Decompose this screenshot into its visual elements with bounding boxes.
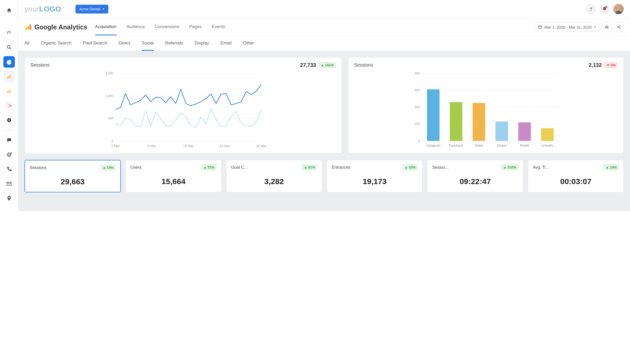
nav-chat[interactable] xyxy=(3,134,15,146)
svg-text:Facebook: Facebook xyxy=(449,144,463,147)
avatar[interactable] xyxy=(613,4,624,14)
panel-value: 27,733 xyxy=(300,62,316,68)
nav-dashboard[interactable] xyxy=(3,27,15,38)
caret-down-icon: ▼ xyxy=(594,26,596,29)
panel-sessions-bar: Sessions 2,132 ▼ 5% 0200400600800Instagr… xyxy=(348,57,624,154)
svg-text:500: 500 xyxy=(108,116,114,120)
chat-icon xyxy=(6,137,12,143)
metric-value: 29,663 xyxy=(30,177,116,186)
analytics-icon xyxy=(6,74,12,79)
question-icon xyxy=(589,7,593,11)
svg-text:9 Mar: 9 Mar xyxy=(148,144,156,148)
home-icon xyxy=(6,8,12,13)
metric-delta: ▲ 10% xyxy=(402,164,418,170)
content: Sessions 27,733 ▲ 161% 05001,0001,5002 M… xyxy=(18,51,630,211)
sub-tab-email[interactable]: Email xyxy=(221,36,232,51)
bar-chart: 0200400600800InstagramFacebookTwitterDis… xyxy=(354,71,618,149)
nav-circle[interactable] xyxy=(3,114,15,126)
nav-pie[interactable] xyxy=(3,56,15,68)
panel-delta: ▲ 161% xyxy=(319,62,336,68)
sub-tab-direct[interactable]: Direct xyxy=(119,36,130,51)
svg-text:2 Mar: 2 Mar xyxy=(111,144,120,148)
share-button[interactable] xyxy=(614,22,624,32)
svg-text:Disqus: Disqus xyxy=(497,144,507,147)
metric-label: Users xyxy=(130,165,141,170)
nav-analytics-1[interactable] xyxy=(3,71,15,82)
metric-value: 09:22:47 xyxy=(432,177,518,186)
metric-value: 00:03:07 xyxy=(533,177,619,186)
workspace-dropdown[interactable]: Acme Dental ▼ xyxy=(75,5,108,14)
svg-point-15 xyxy=(617,7,620,10)
primary-tab-events[interactable]: Events xyxy=(212,19,225,35)
sliders-icon xyxy=(605,25,609,29)
workspace-label: Acme Dental xyxy=(79,7,100,11)
metric-label: Goal C… xyxy=(231,165,248,170)
notifications-button[interactable] xyxy=(599,4,610,14)
gauge-icon xyxy=(6,30,12,36)
svg-rect-2 xyxy=(9,76,10,78)
nav-phone[interactable] xyxy=(3,164,15,175)
nav-search[interactable] xyxy=(3,42,15,53)
svg-rect-51 xyxy=(450,102,462,141)
header-divider xyxy=(70,5,70,13)
svg-text:600: 600 xyxy=(415,88,420,92)
primary-tab-acquisition[interactable]: Acquisition xyxy=(95,19,116,35)
metric-card[interactable]: Avg. Ti… ▲ 14% 00:03:07 xyxy=(528,160,624,192)
nav-home[interactable] xyxy=(3,5,15,16)
svg-rect-19 xyxy=(539,26,542,29)
metric-card[interactable]: Sessio… ▲ 102% 09:22:47 xyxy=(427,160,523,192)
metric-card[interactable]: Entrances ▲ 10% 19,173 xyxy=(327,160,423,192)
sub-tab-referrals[interactable]: Referrals xyxy=(165,36,183,51)
page-header: Google Analytics AcquisitionAudienceConv… xyxy=(18,18,630,36)
svg-text:0: 0 xyxy=(112,139,114,143)
nav-target[interactable] xyxy=(3,149,15,160)
hubspot-icon xyxy=(6,103,12,108)
metric-card[interactable]: Users ▲ 51% 15,664 xyxy=(125,160,221,192)
mail-icon xyxy=(6,181,12,187)
caret-down-icon: ▼ xyxy=(102,8,105,10)
metric-delta: ▲ 19% xyxy=(100,165,116,171)
svg-point-11 xyxy=(8,119,10,121)
sidebar-divider xyxy=(5,131,13,131)
svg-text:30 Mar: 30 Mar xyxy=(256,144,267,148)
sub-tab-all[interactable]: All xyxy=(24,36,29,51)
nav-pin[interactable] xyxy=(3,193,15,204)
svg-point-21 xyxy=(607,26,607,27)
metric-card[interactable]: Goal C… ▲ 61% 3,282 xyxy=(226,160,322,192)
calendar-icon xyxy=(538,25,542,29)
google-analytics-icon xyxy=(24,23,32,31)
sub-tab-paid-search[interactable]: Paid Search xyxy=(83,36,107,51)
phone-icon xyxy=(6,166,12,172)
nav-mail[interactable] xyxy=(3,178,15,190)
svg-text:0: 0 xyxy=(418,139,420,143)
dot-icon xyxy=(6,117,12,123)
metric-card[interactable]: Sessions ▲ 19% 29,663 xyxy=(24,160,121,192)
nav-hubspot[interactable] xyxy=(3,100,15,111)
date-range-picker[interactable]: Mar 1, 2020 - Mar 31, 2020 ▼ xyxy=(535,23,600,32)
svg-point-8 xyxy=(7,103,8,105)
pin-icon xyxy=(6,196,12,201)
svg-rect-1 xyxy=(7,77,8,79)
sidebar xyxy=(0,0,18,211)
nav-analytics-2[interactable] xyxy=(3,85,15,97)
svg-rect-59 xyxy=(541,128,554,141)
sub-tab-social[interactable]: Social xyxy=(142,36,154,51)
notification-dot xyxy=(606,6,607,8)
panel-sessions-line: Sessions 27,733 ▲ 161% 05001,0001,5002 M… xyxy=(24,57,342,154)
primary-tab-pages[interactable]: Pages xyxy=(189,19,202,35)
primary-tab-audience[interactable]: Audience xyxy=(127,19,145,35)
search-icon xyxy=(6,44,12,50)
pie-icon xyxy=(6,59,12,65)
primary-tab-conversions[interactable]: Conversions xyxy=(155,19,179,35)
metric-delta: ▲ 51% xyxy=(201,164,217,170)
annotation-arrow xyxy=(158,51,192,55)
sub-tab-organic-search[interactable]: Organic Search xyxy=(41,36,72,51)
analytics-icon xyxy=(6,88,12,94)
svg-text:400: 400 xyxy=(415,105,420,109)
settings-button[interactable] xyxy=(602,22,612,32)
sub-tab-display[interactable]: Display xyxy=(194,36,209,51)
sub-tab-other[interactable]: Other xyxy=(243,36,254,51)
help-button[interactable] xyxy=(586,4,596,14)
metric-value: 3,282 xyxy=(231,177,317,186)
logo-tm: ™ xyxy=(61,6,64,9)
